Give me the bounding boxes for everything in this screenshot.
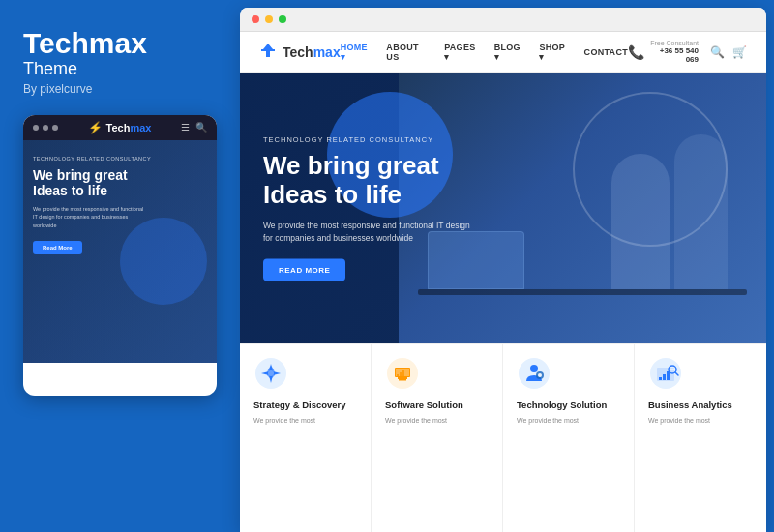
mobile-read-more-button[interactable]: Read More <box>33 241 82 254</box>
mobile-dot-2 <box>43 125 48 131</box>
mobile-preview: ⚡ Techmax ☰ 🔍 TECHNOLOGY RELATED CONSULT… <box>23 115 217 396</box>
service-card-software: Software Solution We provide the most <box>372 344 503 532</box>
site-hero: TECHNOLOGY RELATED CONSULTANCY We bring … <box>240 73 766 343</box>
site-nav: HOME ▾ ABOUT US PAGES ▾ BLOG ▾ SHOP ▾ CO… <box>341 43 628 62</box>
hero-description: We provide the most responsive and funct… <box>263 219 470 245</box>
analytics-icon <box>648 356 683 391</box>
software-icon <box>385 356 420 391</box>
service-card-strategy: Strategy & Discovery We provide the most <box>240 344 372 532</box>
service-name-software: Software Solution <box>385 399 489 411</box>
hero-read-more-button[interactable]: Read More <box>263 258 345 281</box>
brand-title: Techmax <box>23 27 217 59</box>
site-logo: Techmax <box>259 42 341 62</box>
service-name-strategy: Strategy & Discovery <box>253 399 357 411</box>
nav-item-about[interactable]: ABOUT US <box>386 43 431 62</box>
strategy-icon <box>253 356 288 391</box>
svg-point-16 <box>538 373 542 377</box>
nav-item-contact[interactable]: CONTACT <box>584 47 628 57</box>
service-desc-software: We provide the most <box>385 416 489 427</box>
nav-item-pages[interactable]: PAGES ▾ <box>444 43 481 62</box>
service-card-analytics: Business Analytics We provide the most <box>635 344 766 532</box>
service-desc-strategy: We provide the most <box>253 416 357 427</box>
service-name-analytics: Business Analytics <box>648 399 753 411</box>
mobile-hero-content: TECHNOLOGY RELATED CONSULTANCY We bring … <box>23 140 217 363</box>
svg-rect-2 <box>266 51 270 57</box>
nav-item-shop[interactable]: SHOP ▾ <box>539 43 570 62</box>
hero-table <box>418 289 747 295</box>
service-desc-analytics: We provide the most <box>648 416 753 427</box>
hero-person-2 <box>674 134 728 289</box>
mobile-logo-text: Techmax <box>106 122 152 133</box>
phone-icon: 📞 <box>628 44 644 60</box>
nav-item-home[interactable]: HOME ▾ <box>341 43 373 62</box>
hero-person-1 <box>611 154 670 289</box>
site-header-right: 📞 Free Consultant +36 55 540 069 🔍 🛒 <box>628 40 747 64</box>
svg-rect-21 <box>667 371 670 380</box>
technology-icon <box>517 356 551 391</box>
svg-rect-19 <box>659 377 662 380</box>
brand-by: By pixelcurve <box>23 82 217 96</box>
services-strip: Strategy & Discovery We provide the most <box>240 343 766 532</box>
window-chrome <box>240 8 766 32</box>
brand-subtitle: Theme <box>23 59 217 80</box>
svg-point-14 <box>530 365 538 372</box>
mobile-window-dots <box>33 125 58 131</box>
svg-rect-0 <box>261 49 275 51</box>
svg-rect-12 <box>402 370 404 377</box>
mobile-logo-icon: ⚡ <box>88 121 103 134</box>
mobile-search-icon[interactable]: 🔍 <box>195 122 207 133</box>
hero-tag: TECHNOLOGY RELATED CONSULTANCY <box>263 135 470 144</box>
desktop-preview: Techmax HOME ▾ ABOUT US PAGES ▾ BLOG ▾ S… <box>240 8 766 532</box>
mobile-hero-section: TECHNOLOGY RELATED CONSULTANCY We bring … <box>23 140 217 363</box>
mobile-menu-icon[interactable]: ☰ <box>181 122 190 133</box>
mobile-logo: ⚡ Techmax <box>88 121 152 134</box>
mobile-header: ⚡ Techmax ☰ 🔍 <box>23 115 217 140</box>
svg-marker-1 <box>263 44 273 49</box>
left-panel: Techmax Theme By pixelcurve ⚡ Techmax ☰ … <box>0 0 240 532</box>
nav-item-blog[interactable]: BLOG ▾ <box>494 43 526 62</box>
search-icon[interactable]: 🔍 <box>710 45 725 59</box>
mobile-dot-1 <box>33 125 39 131</box>
service-card-technology: Technology Solution We provide the most <box>503 344 635 532</box>
service-desc-technology: We provide the most <box>517 416 620 427</box>
mobile-hero-title: We bring great Ideas to life <box>33 167 207 200</box>
svg-rect-8 <box>399 379 406 381</box>
consultant-phone: +36 55 540 069 <box>650 46 699 64</box>
site-logo-text: Techmax <box>283 44 341 60</box>
chrome-dot-yellow <box>265 15 273 23</box>
cart-icon[interactable]: 🛒 <box>732 45 747 59</box>
consultant-label: Free Consultant <box>650 40 699 46</box>
site-logo-icon <box>259 42 277 62</box>
chrome-dot-green <box>279 15 286 23</box>
mobile-dot-3 <box>52 125 58 131</box>
svg-rect-10 <box>397 374 399 377</box>
mobile-hero-tag: TECHNOLOGY RELATED CONSULTANCY <box>33 156 207 162</box>
svg-rect-7 <box>398 377 407 379</box>
hero-title: We bring great Ideas to life <box>263 152 470 210</box>
svg-point-13 <box>519 358 550 389</box>
mobile-hero-desc: We provide the most responsive and funct… <box>33 205 149 229</box>
chrome-dot-red <box>252 15 259 23</box>
brand-info: Techmax Theme By pixelcurve <box>23 27 217 96</box>
svg-rect-11 <box>400 372 402 377</box>
service-name-technology: Technology Solution <box>517 399 620 411</box>
site-header: Techmax HOME ▾ ABOUT US PAGES ▾ BLOG ▾ S… <box>240 32 766 73</box>
consultant-info: Free Consultant +36 55 540 069 <box>650 40 699 64</box>
hero-content: TECHNOLOGY RELATED CONSULTANCY We bring … <box>263 135 470 281</box>
header-icons: 🔍 🛒 <box>710 45 747 59</box>
svg-rect-20 <box>663 374 666 380</box>
